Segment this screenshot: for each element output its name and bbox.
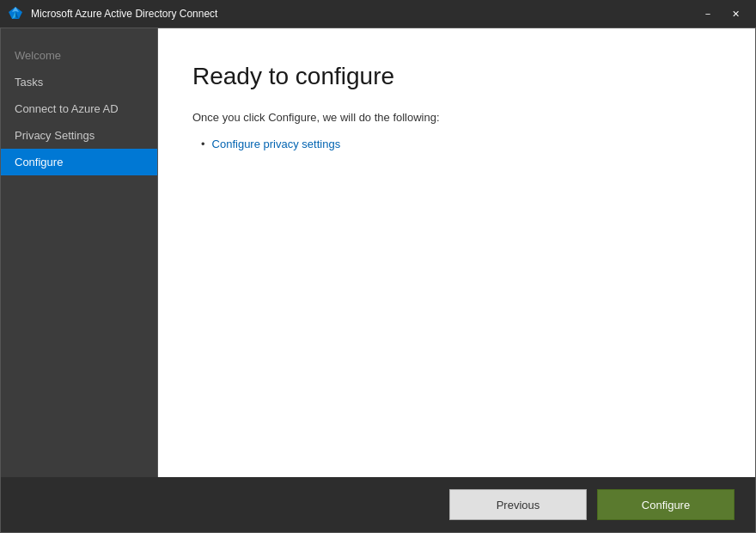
sidebar-item-tasks[interactable]: Tasks <box>1 69 157 95</box>
app-icon <box>7 5 24 22</box>
window-content: Welcome Tasks Connect to Azure AD Privac… <box>1 28 755 477</box>
main-content-area: Ready to configure Once you click Config… <box>158 28 755 477</box>
sidebar-item-connect-azure-ad[interactable]: Connect to Azure AD <box>1 95 157 122</box>
sidebar: Welcome Tasks Connect to Azure AD Privac… <box>1 28 158 477</box>
title-bar-controls: − ✕ <box>694 5 749 22</box>
configure-button[interactable]: Configure <box>597 489 735 520</box>
minimize-button[interactable]: − <box>694 5 722 22</box>
list-item: Configure privacy settings <box>201 138 721 150</box>
page-title: Ready to configure <box>192 63 721 90</box>
description-text: Once you click Configure, we will do the… <box>192 111 721 124</box>
sidebar-item-welcome[interactable]: Welcome <box>1 42 157 69</box>
action-list: Configure privacy settings <box>192 138 721 150</box>
title-bar-text: Microsoft Azure Active Directory Connect <box>31 8 694 20</box>
main-window: Welcome Tasks Connect to Azure AD Privac… <box>0 28 756 533</box>
title-bar: Microsoft Azure Active Directory Connect… <box>0 0 756 28</box>
sidebar-item-configure[interactable]: Configure <box>1 149 157 175</box>
close-button[interactable]: ✕ <box>722 5 749 22</box>
footer: Previous Configure <box>1 477 755 532</box>
bullet-item-configure-privacy: Configure privacy settings <box>212 138 341 150</box>
sidebar-item-privacy-settings[interactable]: Privacy Settings <box>1 122 157 149</box>
previous-button[interactable]: Previous <box>449 489 587 520</box>
